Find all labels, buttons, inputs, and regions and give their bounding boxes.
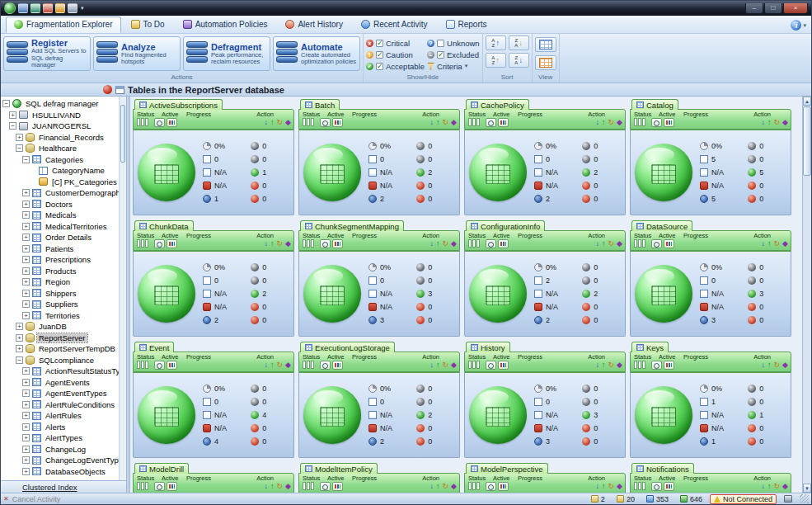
tree-item[interactable]: + AgentEvents [1, 377, 118, 389]
expand-toggle-icon[interactable]: + [22, 412, 30, 419]
action-up-icon[interactable]: ↑ [270, 117, 275, 127]
scrollbar-thumb[interactable] [803, 106, 811, 176]
action-up-icon[interactable]: ↑ [436, 360, 440, 370]
analyze-table-button[interactable] [486, 239, 496, 248]
analyze-table-button[interactable] [154, 118, 165, 127]
stop-refresh-icon[interactable] [103, 85, 112, 94]
criteria-dropdown[interactable]: Criteria ▾ [427, 61, 480, 71]
chart-button[interactable] [167, 482, 177, 491]
tile-view-button[interactable] [535, 55, 556, 70]
action-down-icon[interactable]: ↓ [596, 238, 600, 248]
tree-item[interactable]: + Financial_Records [1, 132, 118, 144]
tree-scrollbar-thumb[interactable] [120, 105, 125, 163]
action-down-icon[interactable]: ↓ [430, 481, 434, 491]
filter-caution[interactable]: ! Caution [366, 50, 425, 59]
tree-item[interactable]: + AgentEventTypes [1, 388, 118, 399]
chart-button[interactable] [332, 118, 343, 127]
chart-button[interactable] [332, 361, 343, 370]
sort-value-desc-button[interactable]: ZA↓ [509, 53, 529, 68]
card-title-tab[interactable]: Catalog [631, 99, 678, 110]
table-status-sphere[interactable] [138, 386, 195, 444]
analyze-table-button[interactable] [320, 482, 331, 491]
action-defrag-icon[interactable]: ◆ [782, 360, 788, 370]
card-title-tab[interactable]: ChunkData [134, 220, 194, 231]
card-title-tab[interactable]: Notifications [631, 463, 694, 474]
card-title-tab[interactable]: DataSource [631, 220, 692, 231]
action-defrag-icon[interactable]: ◆ [285, 117, 291, 127]
action-refresh-icon[interactable]: ↻ [443, 238, 449, 248]
action-down-icon[interactable]: ↓ [265, 360, 269, 370]
action-down-icon[interactable]: ↓ [596, 360, 600, 370]
action-defrag-icon[interactable]: ◆ [782, 238, 788, 248]
card-title-tab[interactable]: Keys [631, 342, 669, 352]
action-defrag-icon[interactable]: ◆ [451, 117, 457, 127]
resize-grip[interactable] [800, 494, 809, 503]
checkbox[interactable] [376, 63, 383, 70]
action-down-icon[interactable]: ↓ [762, 360, 766, 370]
table-status-sphere[interactable] [635, 386, 692, 444]
tree-item[interactable]: + Suppliers [1, 299, 118, 310]
checkbox[interactable] [376, 40, 383, 47]
tree-item[interactable]: + ChangeLogEventTypes [1, 455, 118, 466]
tree-item[interactable]: + JuanDB [1, 321, 118, 333]
chart-button[interactable] [664, 118, 674, 127]
chart-button[interactable] [167, 361, 177, 370]
action-defrag-icon[interactable]: ◆ [617, 360, 622, 370]
qat-dropdown-icon[interactable]: ▾ [81, 5, 84, 12]
expand-toggle-icon[interactable]: + [22, 367, 30, 375]
chart-button[interactable] [498, 482, 509, 491]
tab-alert-history[interactable]: Alert History [277, 17, 350, 33]
action-refresh-icon[interactable]: ↻ [774, 238, 781, 248]
action-up-icon[interactable]: ↑ [436, 238, 440, 248]
action-down-icon[interactable]: ↓ [265, 481, 269, 491]
monitor-quick-icon[interactable] [68, 3, 77, 13]
cancel-activity-button[interactable]: Cancel Activity [12, 495, 61, 503]
action-defrag-icon[interactable]: ◆ [285, 481, 291, 491]
action-defrag-icon[interactable]: ◆ [782, 117, 788, 127]
table-status-sphere[interactable] [635, 265, 692, 323]
tree-item[interactable]: + AlertRules [1, 410, 118, 422]
chart-button[interactable] [332, 239, 343, 248]
analyze-table-button[interactable] [651, 361, 662, 370]
expand-toggle-icon[interactable]: + [22, 201, 30, 208]
analyze-table-button[interactable] [320, 239, 331, 248]
table-status-sphere[interactable] [138, 265, 195, 323]
card-title-tab[interactable]: ModelItemPolicy [300, 463, 378, 474]
tree-item[interactable]: + ReportServerTempDB [1, 343, 118, 355]
chart-button[interactable] [167, 118, 177, 127]
expand-toggle-icon[interactable]: + [22, 423, 30, 431]
action-up-icon[interactable]: ↑ [436, 117, 440, 127]
tree-item[interactable]: + Products [1, 266, 118, 277]
chart-button[interactable] [664, 239, 674, 248]
tree-item[interactable]: − SQL defrag manager [1, 98, 118, 110]
sort-value-asc-button[interactable]: AZ↑ [486, 53, 506, 68]
action-down-icon[interactable]: ↓ [265, 117, 269, 127]
action-refresh-icon[interactable]: ↻ [774, 117, 781, 127]
action-refresh-icon[interactable]: ↻ [443, 117, 449, 127]
tree-item[interactable]: + Doctors [1, 199, 118, 210]
tree-item[interactable]: + HSULLIVAND [1, 110, 118, 121]
expand-toggle-icon[interactable]: + [22, 379, 30, 386]
scroll-up-icon[interactable]: ▲ [803, 97, 811, 106]
action-refresh-icon[interactable]: ↻ [277, 238, 284, 248]
action-defrag-icon[interactable]: ◆ [617, 238, 622, 248]
expand-toggle-icon[interactable]: − [16, 144, 23, 152]
main-scrollbar[interactable]: ▲ ▼ [802, 97, 811, 493]
chart-button[interactable] [498, 239, 509, 248]
checkbox[interactable] [437, 51, 444, 59]
action-refresh-icon[interactable]: ↻ [277, 117, 284, 127]
action-up-icon[interactable]: ↑ [602, 238, 606, 248]
action-down-icon[interactable]: ↓ [596, 117, 600, 127]
expand-toggle-icon[interactable]: − [9, 122, 16, 130]
expand-toggle-icon[interactable]: + [22, 312, 30, 319]
analyze-table-button[interactable] [651, 482, 662, 491]
analyze-table-button[interactable] [154, 482, 165, 491]
action-defrag-icon[interactable]: ◆ [782, 481, 788, 491]
card-title-tab[interactable]: Event [134, 342, 174, 352]
analyze-table-button[interactable] [154, 239, 165, 248]
chart-button[interactable] [498, 361, 509, 370]
expand-toggle-icon[interactable]: + [16, 323, 23, 330]
tree-item[interactable]: − JUANROGERSL [1, 120, 118, 132]
action-refresh-icon[interactable]: ↻ [608, 238, 615, 248]
action-refresh-icon[interactable]: ↻ [774, 481, 781, 491]
